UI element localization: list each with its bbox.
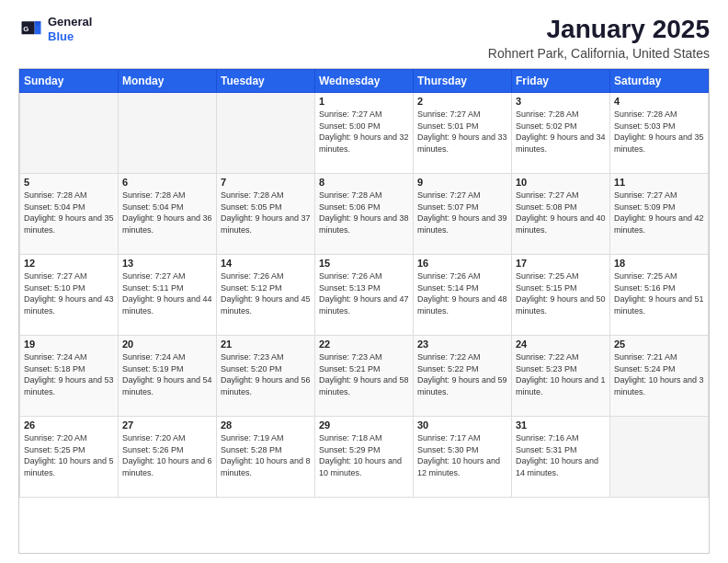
day-info: Sunrise: 7:20 AM Sunset: 5:26 PM Dayligh… <box>122 432 212 478</box>
day-number: 21 <box>221 339 311 350</box>
day-info: Sunrise: 7:26 AM Sunset: 5:12 PM Dayligh… <box>221 270 311 316</box>
day-info: Sunrise: 7:26 AM Sunset: 5:14 PM Dayligh… <box>417 270 507 316</box>
day-info: Sunrise: 7:24 AM Sunset: 5:19 PM Dayligh… <box>122 351 212 397</box>
day-number: 20 <box>122 339 212 350</box>
calendar-cell: 30Sunrise: 7:17 AM Sunset: 5:30 PM Dayli… <box>414 417 512 498</box>
calendar-cell: 12Sunrise: 7:27 AM Sunset: 5:10 PM Dayli… <box>20 255 119 336</box>
day-number: 23 <box>417 339 507 350</box>
day-info: Sunrise: 7:28 AM Sunset: 5:05 PM Dayligh… <box>221 190 311 236</box>
day-number: 30 <box>417 419 507 431</box>
day-number: 26 <box>24 419 114 431</box>
day-number: 7 <box>221 177 311 188</box>
logo-text: General Blue <box>48 15 92 43</box>
svg-text:G: G <box>23 24 28 32</box>
day-info: Sunrise: 7:28 AM Sunset: 5:04 PM Dayligh… <box>122 190 212 236</box>
day-number: 28 <box>221 419 311 431</box>
calendar-table: Sunday Monday Tuesday Wednesday Thursday… <box>19 69 709 498</box>
day-info: Sunrise: 7:27 AM Sunset: 5:07 PM Dayligh… <box>417 190 507 236</box>
calendar-cell: 10Sunrise: 7:27 AM Sunset: 5:08 PM Dayli… <box>512 174 610 255</box>
calendar-cell: 14Sunrise: 7:26 AM Sunset: 5:12 PM Dayli… <box>217 255 315 336</box>
day-info: Sunrise: 7:27 AM Sunset: 5:08 PM Dayligh… <box>516 190 606 236</box>
calendar-cell: 9Sunrise: 7:27 AM Sunset: 5:07 PM Daylig… <box>414 174 512 255</box>
day-number: 24 <box>516 339 606 350</box>
day-number: 18 <box>614 258 704 269</box>
day-info: Sunrise: 7:22 AM Sunset: 5:23 PM Dayligh… <box>516 351 606 397</box>
day-number: 15 <box>319 258 409 269</box>
day-number: 11 <box>614 177 704 188</box>
calendar-cell: 21Sunrise: 7:23 AM Sunset: 5:20 PM Dayli… <box>217 336 315 417</box>
calendar-cell <box>20 93 119 174</box>
weekday-row: Sunday Monday Tuesday Wednesday Thursday… <box>20 70 709 93</box>
day-number: 12 <box>24 258 114 269</box>
calendar-cell: 18Sunrise: 7:25 AM Sunset: 5:16 PM Dayli… <box>610 255 709 336</box>
col-monday: Monday <box>119 70 217 93</box>
calendar-cell <box>217 93 315 174</box>
calendar-cell: 29Sunrise: 7:18 AM Sunset: 5:29 PM Dayli… <box>315 417 414 498</box>
day-info: Sunrise: 7:26 AM Sunset: 5:13 PM Dayligh… <box>319 270 409 316</box>
day-info: Sunrise: 7:25 AM Sunset: 5:16 PM Dayligh… <box>614 270 704 316</box>
main-title: January 2025 <box>488 15 710 44</box>
day-info: Sunrise: 7:22 AM Sunset: 5:22 PM Dayligh… <box>417 351 507 397</box>
day-info: Sunrise: 7:16 AM Sunset: 5:31 PM Dayligh… <box>516 432 606 478</box>
calendar-cell: 22Sunrise: 7:23 AM Sunset: 5:21 PM Dayli… <box>315 336 414 417</box>
logo: G General Blue <box>18 15 92 43</box>
calendar-cell: 31Sunrise: 7:16 AM Sunset: 5:31 PM Dayli… <box>512 417 610 498</box>
day-info: Sunrise: 7:21 AM Sunset: 5:24 PM Dayligh… <box>614 351 704 397</box>
day-number: 31 <box>516 419 606 431</box>
calendar-cell: 28Sunrise: 7:19 AM Sunset: 5:28 PM Dayli… <box>217 417 315 498</box>
col-wednesday: Wednesday <box>315 70 414 93</box>
day-number: 8 <box>319 177 409 188</box>
calendar-cell: 24Sunrise: 7:22 AM Sunset: 5:23 PM Dayli… <box>512 336 610 417</box>
calendar-cell: 8Sunrise: 7:28 AM Sunset: 5:06 PM Daylig… <box>315 174 414 255</box>
day-number: 10 <box>516 177 606 188</box>
day-number: 22 <box>319 339 409 350</box>
day-number: 3 <box>516 96 606 107</box>
calendar-cell: 23Sunrise: 7:22 AM Sunset: 5:22 PM Dayli… <box>414 336 512 417</box>
day-info: Sunrise: 7:28 AM Sunset: 5:02 PM Dayligh… <box>516 109 606 155</box>
calendar-cell: 2Sunrise: 7:27 AM Sunset: 5:01 PM Daylig… <box>414 93 512 174</box>
calendar-week-4: 26Sunrise: 7:20 AM Sunset: 5:25 PM Dayli… <box>20 417 709 498</box>
calendar-header: Sunday Monday Tuesday Wednesday Thursday… <box>20 70 709 93</box>
title-block: January 2025 Rohnert Park, California, U… <box>488 15 710 61</box>
day-info: Sunrise: 7:17 AM Sunset: 5:30 PM Dayligh… <box>417 432 507 478</box>
calendar-cell: 20Sunrise: 7:24 AM Sunset: 5:19 PM Dayli… <box>119 336 217 417</box>
calendar-cell: 7Sunrise: 7:28 AM Sunset: 5:05 PM Daylig… <box>217 174 315 255</box>
calendar-week-0: 1Sunrise: 7:27 AM Sunset: 5:00 PM Daylig… <box>20 93 709 174</box>
calendar-cell: 19Sunrise: 7:24 AM Sunset: 5:18 PM Dayli… <box>20 336 119 417</box>
logo-icon: G <box>18 17 44 42</box>
calendar-cell: 26Sunrise: 7:20 AM Sunset: 5:25 PM Dayli… <box>20 417 119 498</box>
logo-general: General <box>48 15 92 29</box>
col-friday: Friday <box>512 70 610 93</box>
day-info: Sunrise: 7:28 AM Sunset: 5:03 PM Dayligh… <box>614 109 704 155</box>
day-number: 29 <box>319 419 409 431</box>
day-info: Sunrise: 7:23 AM Sunset: 5:21 PM Dayligh… <box>319 351 409 397</box>
day-number: 2 <box>417 96 507 107</box>
day-info: Sunrise: 7:20 AM Sunset: 5:25 PM Dayligh… <box>24 432 114 478</box>
calendar-body: 1Sunrise: 7:27 AM Sunset: 5:00 PM Daylig… <box>20 93 709 498</box>
day-info: Sunrise: 7:23 AM Sunset: 5:20 PM Dayligh… <box>221 351 311 397</box>
day-info: Sunrise: 7:28 AM Sunset: 5:04 PM Dayligh… <box>24 190 114 236</box>
day-number: 13 <box>122 258 212 269</box>
day-info: Sunrise: 7:27 AM Sunset: 5:01 PM Dayligh… <box>417 109 507 155</box>
col-tuesday: Tuesday <box>217 70 315 93</box>
calendar-cell: 15Sunrise: 7:26 AM Sunset: 5:13 PM Dayli… <box>315 255 414 336</box>
calendar-cell: 16Sunrise: 7:26 AM Sunset: 5:14 PM Dayli… <box>414 255 512 336</box>
calendar-cell: 17Sunrise: 7:25 AM Sunset: 5:15 PM Dayli… <box>512 255 610 336</box>
col-sunday: Sunday <box>20 70 119 93</box>
calendar-cell: 4Sunrise: 7:28 AM Sunset: 5:03 PM Daylig… <box>610 93 709 174</box>
calendar-week-3: 19Sunrise: 7:24 AM Sunset: 5:18 PM Dayli… <box>20 336 709 417</box>
calendar-cell: 27Sunrise: 7:20 AM Sunset: 5:26 PM Dayli… <box>119 417 217 498</box>
calendar-cell: 1Sunrise: 7:27 AM Sunset: 5:00 PM Daylig… <box>315 93 414 174</box>
calendar-week-2: 12Sunrise: 7:27 AM Sunset: 5:10 PM Dayli… <box>20 255 709 336</box>
calendar-cell: 6Sunrise: 7:28 AM Sunset: 5:04 PM Daylig… <box>119 174 217 255</box>
col-saturday: Saturday <box>610 70 709 93</box>
day-number: 5 <box>24 177 114 188</box>
day-number: 27 <box>122 419 212 431</box>
day-number: 4 <box>614 96 704 107</box>
calendar-cell: 13Sunrise: 7:27 AM Sunset: 5:11 PM Dayli… <box>119 255 217 336</box>
day-info: Sunrise: 7:27 AM Sunset: 5:00 PM Dayligh… <box>319 109 409 155</box>
header: G General Blue January 2025 Rohnert Park… <box>18 15 710 61</box>
day-number: 16 <box>417 258 507 269</box>
calendar-cell: 25Sunrise: 7:21 AM Sunset: 5:24 PM Dayli… <box>610 336 709 417</box>
calendar-cell <box>119 93 217 174</box>
